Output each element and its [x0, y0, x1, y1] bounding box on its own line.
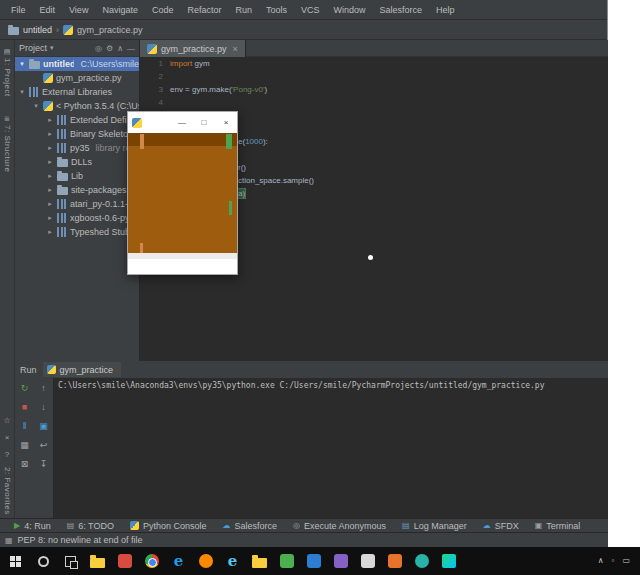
menu-item-view[interactable]: View [62, 0, 95, 20]
chevron-down-icon[interactable]: ▾ [32, 102, 40, 110]
tool-tab-terminal[interactable]: ▣Terminal [535, 521, 581, 531]
stripe-tab-structure[interactable]: ≣ 7: Structure [3, 115, 12, 172]
tray-icon-2[interactable]: ▭ [622, 556, 630, 566]
taskbar-app-red-icon[interactable] [111, 547, 138, 575]
settings-icon[interactable]: ⚙ [106, 40, 113, 57]
clear-all-icon[interactable]: ⊠ [17, 456, 33, 472]
close-icon[interactable]: × [5, 432, 10, 444]
tree-item-lib[interactable]: ▸Lib [15, 169, 139, 183]
scroll-to-end-icon[interactable]: ↧ [36, 456, 52, 472]
taskbar-ie-icon[interactable]: e [219, 547, 246, 575]
code-line[interactable]: 2 [140, 70, 608, 83]
tree-item-external-libraries[interactable]: ▾External Libraries [15, 85, 139, 99]
down-stacktrace-icon[interactable]: ↓ [36, 399, 52, 415]
run-console[interactable]: C:\Users\smile\Anaconda3\envs\py35\pytho… [53, 378, 608, 518]
tree-item-extended-defin[interactable]: ▸Extended Defin [15, 113, 139, 127]
tab-close-icon[interactable]: × [233, 44, 238, 54]
code-line[interactable]: 3env = gym.make('Pong-v0') [140, 83, 608, 96]
taskbar-app-purple-icon[interactable] [327, 547, 354, 575]
taskbar-chrome-icon[interactable] [138, 547, 165, 575]
taskbar-edge-icon[interactable]: e [165, 547, 192, 575]
chevron-down-icon[interactable]: ▾ [18, 88, 26, 96]
chevron-right-icon[interactable]: ▸ [46, 186, 54, 194]
help-icon[interactable]: ? [5, 449, 9, 461]
menu-item-window[interactable]: Window [327, 0, 373, 20]
tool-tab-execute-anonymous[interactable]: ◎Execute Anonymous [293, 521, 386, 531]
inspections-icon[interactable]: ▦ [5, 536, 13, 545]
menu-item-vcs[interactable]: VCS [294, 0, 327, 20]
stripe-tab-favorites[interactable]: 2: Favorites [3, 467, 12, 515]
tool-tab-sfdx[interactable]: ☁SFDX [483, 521, 519, 531]
tree-item-gym-practice-py[interactable]: gym_practice.py [15, 71, 139, 85]
up-stacktrace-icon[interactable]: ↑ [36, 380, 52, 396]
menu-item-edit[interactable]: Edit [33, 0, 63, 20]
chevron-right-icon[interactable]: ▸ [46, 172, 54, 180]
tray-icon-1[interactable]: ▫ [612, 556, 615, 566]
chevron-right-icon[interactable]: ▸ [46, 214, 54, 222]
chevron-down-icon[interactable]: ▾ [50, 44, 54, 52]
start-button[interactable] [0, 547, 30, 575]
project-panel-title[interactable]: Project [19, 43, 47, 53]
show-console-icon[interactable]: ▣ [36, 418, 52, 434]
tool-tab-log-manager[interactable]: ▤Log Manager [402, 521, 467, 531]
pong-title-bar[interactable]: — □ × [128, 112, 237, 133]
menu-item-help[interactable]: Help [429, 0, 462, 20]
rerun-icon[interactable]: ↻ [17, 380, 33, 396]
code-line[interactable]: 1import gym [140, 57, 608, 70]
stripe-tab-project[interactable]: ▤ 1: Project [3, 48, 12, 97]
tray-expand-icon[interactable]: ∧ [598, 556, 604, 566]
chevron-right-icon[interactable]: ▸ [46, 116, 54, 124]
taskbar-app-blue-icon[interactable] [300, 547, 327, 575]
breadcrumb-file[interactable]: gym_practice.py [77, 25, 143, 35]
chevron-down-icon[interactable]: ▾ [18, 60, 26, 68]
soft-wrap-icon[interactable]: ↩ [36, 437, 52, 453]
restore-layout-icon[interactable]: ▦ [17, 437, 33, 453]
code-line[interactable]: 4 [140, 96, 608, 109]
menu-item-tools[interactable]: Tools [259, 0, 294, 20]
collapse-icon[interactable]: ∧ [117, 40, 123, 57]
taskbar-app-teal-icon[interactable] [408, 547, 435, 575]
tree-item-typeshed-stubs[interactable]: ▸Typeshed Stubs [15, 225, 139, 239]
taskbar-folder-docs-icon[interactable] [246, 547, 273, 575]
menu-item-refactor[interactable]: Refactor [180, 0, 228, 20]
chevron-right-icon[interactable]: ▸ [46, 200, 54, 208]
chevron-right-icon[interactable]: ▸ [46, 228, 54, 236]
tree-item-atari-py-0-1-1-p[interactable]: ▸atari_py-0.1.1-p [15, 197, 139, 211]
chevron-right-icon[interactable]: ▸ [46, 144, 54, 152]
tool-tab-4-run[interactable]: ▶4: Run [14, 521, 51, 531]
menu-item-file[interactable]: File [4, 0, 33, 20]
tree-item-dlls[interactable]: ▸DLLs [15, 155, 139, 169]
maximize-button[interactable]: □ [193, 112, 215, 133]
tree-item-py35[interactable]: ▸py35library roo [15, 141, 139, 155]
pong-game-window[interactable]: — □ × [127, 111, 238, 275]
menu-item-run[interactable]: Run [228, 0, 259, 20]
menu-item-navigate[interactable]: Navigate [95, 0, 145, 20]
menu-item-salesforce[interactable]: Salesforce [373, 0, 430, 20]
tree-item-binary-skeleton[interactable]: ▸Binary Skeleton [15, 127, 139, 141]
tool-tab-6-todo[interactable]: ▤6: TODO [67, 521, 114, 531]
taskbar-task-view-icon[interactable] [57, 547, 84, 575]
taskbar-app-gray-icon[interactable] [354, 547, 381, 575]
hide-icon[interactable]: — [127, 40, 135, 57]
tree-item-python-3-5-4-c-us[interactable]: ▾< Python 3.5.4 (C:\Us [15, 99, 139, 113]
menu-item-code[interactable]: Code [145, 0, 181, 20]
minimize-button[interactable]: — [171, 112, 193, 133]
star-icon[interactable]: ☆ [3, 415, 10, 427]
stop-icon[interactable]: ■ [17, 399, 33, 415]
pause-output-icon[interactable]: ‖ [17, 418, 33, 434]
tree-item-site-packages[interactable]: ▸site-packages [15, 183, 139, 197]
taskbar-pycharm-icon[interactable] [435, 547, 462, 575]
locate-icon[interactable]: ◎ [95, 40, 102, 57]
taskbar-app-orange-icon[interactable] [381, 547, 408, 575]
chevron-right-icon[interactable]: ▸ [46, 158, 54, 166]
editor-tab-gym-practice[interactable]: gym_practice.py × [140, 40, 246, 57]
tree-item-xgboost-0-6-py3[interactable]: ▸xgboost-0.6-py3 [15, 211, 139, 225]
run-tab-gym-practice[interactable]: gym_practice [43, 362, 122, 377]
tool-tab-salesforce[interactable]: ☁Salesforce [222, 521, 277, 531]
chevron-right-icon[interactable]: ▸ [46, 130, 54, 138]
tree-item-untitled[interactable]: ▾untitledC:\Users\smile [15, 57, 139, 71]
taskbar-app-green-icon[interactable] [273, 547, 300, 575]
breadcrumb-project[interactable]: untitled [23, 25, 52, 35]
tool-tab-python-console[interactable]: Python Console [130, 521, 207, 531]
taskbar-firefox-icon[interactable] [192, 547, 219, 575]
